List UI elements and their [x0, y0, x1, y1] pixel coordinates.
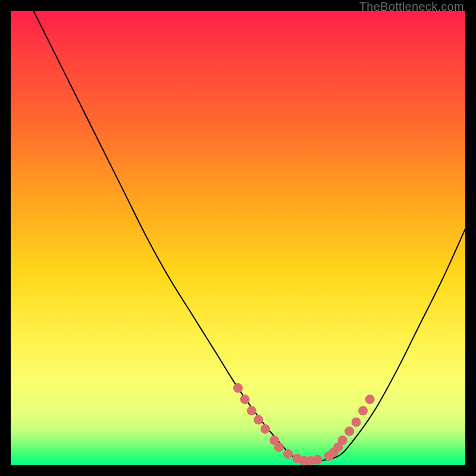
chart-frame: TheBottleneck.com: [0, 0, 476, 476]
marker-dot: [352, 417, 361, 427]
marker-dots-group: [233, 383, 375, 465]
marker-dot: [274, 442, 284, 452]
marker-dot: [313, 455, 322, 465]
marker-dot: [283, 449, 293, 459]
marker-dot: [345, 427, 354, 436]
marker-dot: [233, 383, 243, 393]
plot-area: [11, 11, 465, 465]
marker-dot: [338, 436, 347, 445]
marker-dot: [247, 406, 256, 415]
marker-dot: [358, 406, 368, 415]
marker-dot: [253, 415, 263, 425]
bottleneck-curve: [33, 11, 465, 461]
curve-svg: [11, 11, 465, 465]
marker-dot: [261, 424, 270, 434]
marker-dot: [365, 394, 375, 404]
marker-dot: [240, 394, 250, 404]
